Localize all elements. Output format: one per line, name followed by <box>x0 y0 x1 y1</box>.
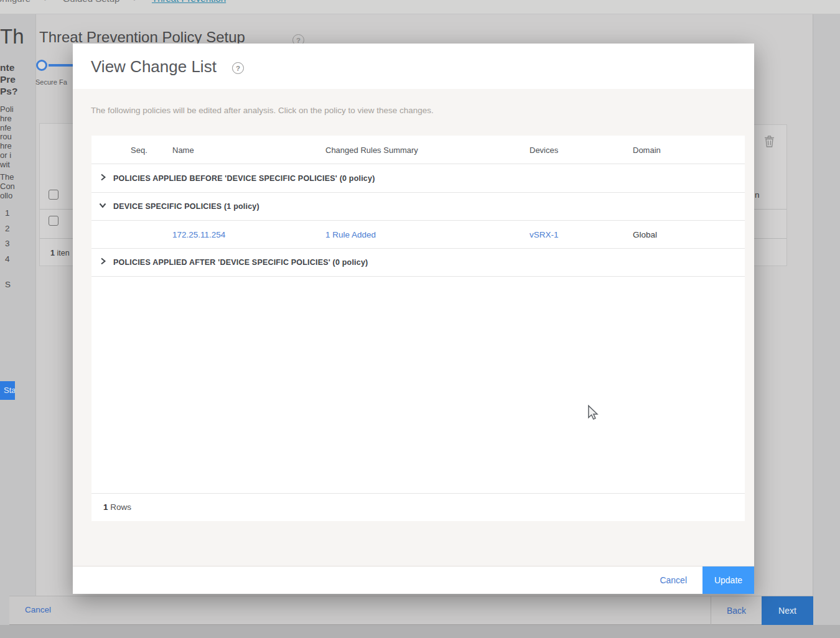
row-checkbox[interactable] <box>49 216 58 226</box>
policy-name-link[interactable]: 172.25.11.254 <box>172 230 225 239</box>
text-line: Pre <box>0 73 17 85</box>
policy-row: 172.25.11.254 1 Rule Added vSRX-1 Global <box>91 221 745 249</box>
device-link[interactable]: vSRX-1 <box>530 230 559 239</box>
text-line: Ps? <box>0 85 17 97</box>
chevron-right-icon <box>98 257 107 268</box>
chevron-down-icon <box>98 201 107 212</box>
column-header-changed-rules[interactable]: Changed Rules Summary <box>325 145 418 154</box>
background-table-left-fragment: 1 iten <box>39 123 73 266</box>
dialog-description: The following policies will be edited af… <box>91 106 434 115</box>
column-header-devices[interactable]: Devices <box>530 145 558 154</box>
left-panel-heading-fragment: Th <box>0 25 24 49</box>
breadcrumb-item-configure[interactable]: Configure <box>0 0 30 4</box>
left-panel-text-fragment: S <box>5 280 11 289</box>
group-label: POLICIES APPLIED AFTER 'DEVICE SPECIFIC … <box>113 258 368 267</box>
help-icon[interactable]: ? <box>232 62 244 74</box>
list-number: 1 <box>5 206 10 221</box>
list-number: 3 <box>5 236 10 252</box>
left-panel-subheading-fragments: ntePrePs? <box>0 62 17 97</box>
column-header-domain[interactable]: Domain <box>633 145 661 154</box>
group-label: DEVICE SPECIFIC POLICIES (1 policy) <box>113 202 259 211</box>
view-change-list-dialog: View Change List ? The following policie… <box>73 44 754 594</box>
text-line: nte <box>0 62 17 73</box>
next-button[interactable]: Next <box>762 596 813 625</box>
table-row-divider <box>40 209 73 210</box>
table-row-divider <box>40 238 73 239</box>
back-button[interactable]: Back <box>711 596 762 625</box>
list-number: 2 <box>5 221 10 237</box>
row-checkbox[interactable] <box>49 190 58 200</box>
wizard-step-indicator[interactable] <box>36 60 47 71</box>
items-count: 1 iten <box>50 249 70 257</box>
table-row-divider <box>754 209 786 210</box>
left-panel-numbered-list: 1234 <box>5 206 10 267</box>
table-row-divider <box>754 238 786 239</box>
column-header-fragment: n <box>755 190 760 200</box>
left-panel-paragraph2-fragments: TheConollo <box>0 172 15 200</box>
text-line: hre <box>0 114 14 124</box>
domain-value: Global <box>633 230 657 239</box>
chevron-right-icon <box>98 173 107 184</box>
column-header-name[interactable]: Name <box>172 145 194 154</box>
column-header-seq[interactable]: Seq. <box>131 145 147 154</box>
text-line: or i <box>0 151 14 160</box>
row-count: 1 Rows <box>103 502 131 512</box>
breadcrumb-separator-icon: > <box>44 0 49 3</box>
page-bottom-strip <box>0 625 840 638</box>
group-row-policies-before[interactable]: POLICIES APPLIED BEFORE 'DEVICE SPECIFIC… <box>91 164 745 193</box>
background-table-right-fragment: n <box>754 124 787 266</box>
cancel-button[interactable]: Cancel <box>660 575 687 585</box>
change-list-table: Seq. Name Changed Rules Summary Devices … <box>91 136 745 521</box>
table-header-row: Seq. Name Changed Rules Summary Devices … <box>91 136 745 164</box>
left-panel-paragraph-fragments: Polihrenferouhreor iwit <box>0 105 14 170</box>
screen: Configure > Guided Setup > Threat Preven… <box>0 0 840 638</box>
breadcrumb-item-guided-setup[interactable]: Guided Setup <box>63 0 120 4</box>
update-button[interactable]: Update <box>702 566 754 594</box>
text-line: wit <box>0 160 14 170</box>
trash-icon[interactable] <box>763 135 775 150</box>
wizard-footer-bar: Cancel Back Next <box>9 596 813 625</box>
text-line: Con <box>0 182 15 191</box>
text-line: rou <box>0 132 14 142</box>
wizard-step-label: Secure Fa <box>35 78 73 86</box>
group-row-policies-after[interactable]: POLICIES APPLIED AFTER 'DEVICE SPECIFIC … <box>91 249 745 277</box>
wizard-cancel-link[interactable]: Cancel <box>25 605 51 614</box>
breadcrumb-item-threat-prevention[interactable]: Threat Prevention <box>152 0 226 4</box>
text-line: The <box>0 172 15 182</box>
table-footer: 1 Rows <box>91 493 745 521</box>
text-line: hre <box>0 142 14 151</box>
list-number: 4 <box>5 252 10 267</box>
text-line: Poli <box>0 105 14 114</box>
breadcrumb: Configure > Guided Setup > Threat Preven… <box>0 0 226 4</box>
breadcrumb-separator-icon: > <box>133 0 138 3</box>
breadcrumb-strip: Configure > Guided Setup > Threat Preven… <box>0 0 840 14</box>
text-line: nfe <box>0 124 14 133</box>
dialog-footer: Cancel Update <box>73 566 754 594</box>
group-row-device-specific[interactable]: DEVICE SPECIFIC POLICIES (1 policy) <box>91 193 745 221</box>
wizard-step-connector <box>49 64 73 67</box>
group-label: POLICIES APPLIED BEFORE 'DEVICE SPECIFIC… <box>113 174 375 183</box>
mouse-cursor <box>587 405 599 423</box>
dialog-title: View Change List <box>91 57 217 76</box>
start-button[interactable]: Sta <box>0 381 15 400</box>
changed-rules-link[interactable]: 1 Rule Added <box>325 230 376 239</box>
text-line: ollo <box>0 191 15 200</box>
